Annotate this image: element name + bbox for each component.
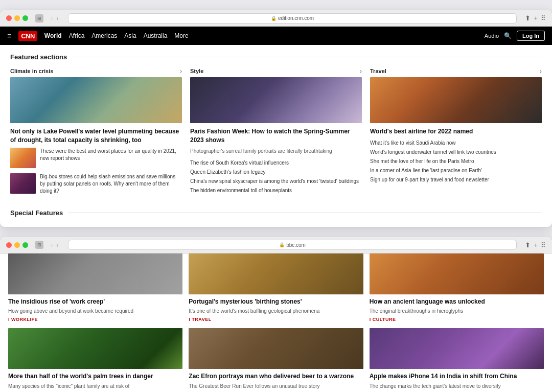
bbc-hieroglyph-category: CULTURE (370, 317, 544, 322)
travel-label[interactable]: Travel (370, 68, 386, 74)
url-text: edition.cnn.com (278, 15, 314, 21)
bbc-articles-row1: The insidious rise of 'work creep' How g… (8, 253, 544, 322)
travel-arrow[interactable]: › (540, 68, 542, 74)
bbc-article-zac[interactable]: Zac Efron portrays man who delivered bee… (189, 328, 363, 392)
cnn-titlebar: ⊞ ‹ › 🔒 edition.cnn.com ⬆ + ⠿ (0, 10, 552, 27)
nav-australia[interactable]: Australia (144, 32, 168, 39)
travel-link-4[interactable]: Sign up for our 9-part Italy travel and … (370, 176, 542, 183)
new-tab-button[interactable]: + (534, 14, 538, 22)
bbc-article-palms[interactable]: More than half of the world's palm trees… (8, 328, 182, 392)
climate-arrow[interactable]: › (180, 68, 182, 74)
bbc-zac-image (189, 328, 363, 369)
bbc-hieroglyph-headline: How an ancient language was unlocked (370, 297, 544, 306)
back-button[interactable]: ‹ (50, 14, 54, 22)
close-button[interactable] (6, 15, 12, 21)
bbc-iphone-subtext: The change marks the tech giant's latest… (370, 383, 544, 390)
mini-solar-text[interactable]: Big-box stores could help slash emission… (40, 173, 182, 195)
bbc-close-button[interactable] (6, 242, 12, 248)
climate-headline[interactable]: Not only is Lake Powell's water level pl… (10, 127, 182, 145)
cnn-navigation: ≡ CNN World Africa Americas Asia Austral… (0, 27, 552, 45)
nav-asia[interactable]: Asia (124, 32, 136, 39)
maximize-button[interactable] (22, 15, 28, 21)
bbc-palms-headline: More than half of the world's palm trees… (8, 372, 182, 381)
style-headline[interactable]: Paris Fashion Week: How to watch the Spr… (190, 127, 362, 145)
bbc-new-tab-button[interactable]: + (534, 241, 538, 249)
style-link-3[interactable]: The hidden environmental toll of housepl… (190, 187, 362, 194)
audio-button[interactable]: Audio (485, 33, 499, 39)
nav-arrows: ‹ › (50, 14, 60, 22)
travel-link-0[interactable]: What it's like to visit Saudi Arabia now (370, 139, 542, 147)
bbc-url-text: bbc.com (286, 242, 306, 248)
bbc-stones-subtext: It's one of the world's most baffling ge… (189, 308, 363, 315)
travel-link-1[interactable]: World's longest underwater tunnel will l… (370, 148, 542, 156)
titlebar-actions: ⬆ + ⠿ (525, 14, 546, 22)
style-image (190, 77, 362, 123)
bbc-palms-subtext: Many species of this "iconic" plant fami… (8, 383, 182, 390)
mini-air-text[interactable]: These were the best and worst places for… (40, 148, 182, 168)
bbc-back-button[interactable]: ‹ (50, 241, 54, 249)
bbc-stones-headline: Portugal's mysterious 'birthing stones' (189, 297, 363, 306)
travel-headline[interactable]: World's best airline for 2022 named (370, 127, 542, 136)
style-link-0[interactable]: The rise of South Korea's virtual influe… (190, 159, 362, 167)
bbc-work-headline: The insidious rise of 'work creep' (8, 297, 182, 306)
bbc-palms-image (8, 328, 182, 369)
traffic-lights (6, 15, 28, 21)
bbc-share-button[interactable]: ⬆ (525, 241, 531, 249)
bbc-iphone-headline: Apple makes iPhone 14 in India in shift … (370, 372, 544, 381)
bbc-tab-overview-button[interactable]: ⊞ (35, 241, 43, 249)
bbc-article-work[interactable]: The insidious rise of 'work creep' How g… (8, 253, 182, 322)
bbc-hieroglyph-image (370, 253, 544, 294)
bbc-forward-button[interactable]: › (55, 241, 59, 249)
nav-world[interactable]: World (44, 32, 62, 39)
address-bar[interactable]: 🔒 edition.cnn.com (68, 13, 517, 24)
style-header: Style › (190, 68, 362, 74)
tab-overview-button[interactable]: ⊞ (35, 14, 43, 22)
cnn-logo[interactable]: CNN (18, 31, 37, 41)
special-features-title: Special Features (10, 209, 542, 217)
bbc-stones-image (189, 253, 363, 294)
nav-more[interactable]: More (174, 32, 188, 39)
forward-button[interactable]: › (55, 14, 59, 22)
style-link-2[interactable]: China's new spiral skyscraper is among t… (190, 177, 362, 185)
bbc-article-iphone[interactable]: Apple makes iPhone 14 in India in shift … (370, 328, 544, 392)
bbc-titlebar: ⊞ ‹ › 🔒 bbc.com ⬆ + ⠿ (0, 237, 552, 253)
nav-americas[interactable]: Americas (91, 32, 117, 39)
travel-image (370, 77, 542, 123)
climate-image (10, 77, 182, 123)
travel-link-2[interactable]: She met the love of her life on the Pari… (370, 157, 542, 165)
minimize-button[interactable] (14, 15, 20, 21)
bbc-work-category: WORKLIFE (8, 317, 182, 322)
bbc-browser-window: ⊞ ‹ › 🔒 bbc.com ⬆ + ⠿ The insidious rise… (0, 237, 552, 392)
style-label[interactable]: Style (190, 68, 203, 74)
lock-icon: 🔒 (271, 16, 277, 21)
travel-link-3[interactable]: In a corner of Asia lies the 'last parad… (370, 167, 542, 174)
bbc-grid-button[interactable]: ⠿ (541, 241, 546, 249)
bbc-maximize-button[interactable] (22, 242, 28, 248)
bbc-article-hieroglyph[interactable]: How an ancient language was unlocked The… (370, 253, 544, 322)
featured-section-travel: Travel › World's best airline for 2022 n… (370, 68, 542, 200)
bbc-nav-arrows: ‹ › (50, 241, 60, 249)
search-icon[interactable]: 🔍 (504, 32, 512, 39)
cnn-content: Featured sections Climate in crisis › No… (0, 45, 552, 227)
cnn-browser-window: ⊞ ‹ › 🔒 edition.cnn.com ⬆ + ⠿ ≡ CNN Worl… (0, 10, 552, 227)
grid-button[interactable]: ⠿ (541, 14, 546, 22)
travel-header: Travel › (370, 68, 542, 74)
bbc-iphone-image (370, 328, 544, 369)
bbc-stones-category: TRAVEL (189, 317, 363, 322)
style-link-1[interactable]: Queen Elizabeth's fashion legacy (190, 168, 362, 176)
nav-africa[interactable]: Africa (69, 32, 85, 39)
mini-article-air: These were the best and worst places for… (10, 148, 182, 168)
bbc-content: The insidious rise of 'work creep' How g… (0, 253, 552, 392)
featured-section-climate: Climate in crisis › Not only is Lake Pow… (10, 68, 182, 200)
bbc-article-stones[interactable]: Portugal's mysterious 'birthing stones' … (189, 253, 363, 322)
bbc-zac-subtext: The Greatest Beer Run Ever follows an un… (189, 383, 363, 390)
style-subtext: Photographer's surreal family portraits … (190, 148, 362, 155)
login-button[interactable]: Log In (517, 31, 545, 41)
climate-label[interactable]: Climate in crisis (10, 68, 53, 74)
bbc-titlebar-actions: ⬆ + ⠿ (525, 241, 546, 249)
bbc-address-bar[interactable]: 🔒 bbc.com (68, 240, 517, 250)
style-arrow[interactable]: › (360, 68, 362, 74)
bbc-minimize-button[interactable] (14, 242, 20, 248)
hamburger-menu[interactable]: ≡ (7, 32, 11, 40)
share-button[interactable]: ⬆ (525, 14, 531, 22)
